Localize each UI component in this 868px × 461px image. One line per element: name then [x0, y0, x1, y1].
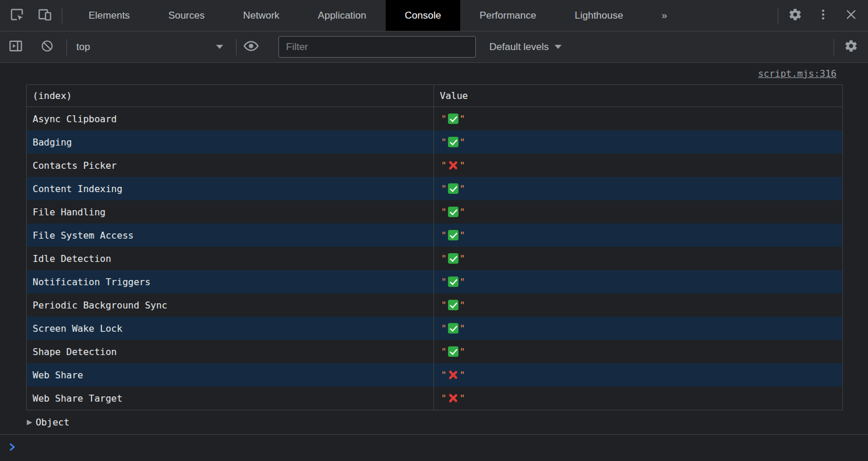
string-quote: " — [460, 207, 465, 218]
toolbar-separator — [66, 39, 67, 55]
expand-triangle-icon[interactable]: ▶ — [27, 418, 32, 426]
console-sidebar-toggle-button[interactable] — [6, 37, 26, 57]
value-cell: "" — [434, 270, 842, 293]
value-cell: "" — [434, 224, 842, 247]
string-quote: " — [460, 253, 465, 264]
close-icon — [845, 8, 858, 23]
string-quote: " — [441, 323, 447, 334]
tab-lighthouse[interactable]: Lighthouse — [555, 0, 642, 31]
prompt-chevron-icon — [8, 443, 16, 453]
tab-elements[interactable]: Elements — [69, 0, 149, 31]
value-cell: "" — [434, 154, 842, 177]
table-row: Badging"" — [27, 130, 842, 154]
chevron-down-icon — [555, 45, 562, 49]
gear-icon — [788, 8, 802, 24]
check-icon — [448, 300, 458, 310]
devtools-tab-bar: ElementsSourcesNetworkApplicationConsole… — [0, 0, 868, 31]
toggle-device-toolbar-button[interactable] — [35, 6, 55, 26]
toolbar-separator — [834, 39, 834, 55]
string-quote: " — [460, 346, 465, 357]
cross-icon — [448, 393, 458, 403]
check-icon — [448, 230, 458, 240]
table-row: Content Indexing"" — [27, 177, 842, 200]
kebab-menu-icon — [817, 8, 830, 23]
tab-bar-right-controls — [771, 6, 868, 26]
gear-icon — [844, 39, 858, 55]
string-quote: " — [460, 160, 465, 171]
more-tabs-chevron[interactable]: » — [643, 0, 686, 31]
tab-network[interactable]: Network — [224, 0, 298, 31]
object-preview[interactable]: ▶ Object — [0, 410, 868, 434]
inspect-element-button[interactable] — [7, 6, 27, 26]
index-cell: Contacts Picker — [27, 154, 434, 177]
more-options-button[interactable] — [813, 6, 833, 26]
console-sidebar-icon — [8, 38, 23, 56]
index-cell: Content Indexing — [27, 177, 434, 200]
tab-performance[interactable]: Performance — [460, 0, 555, 31]
check-icon — [448, 276, 458, 287]
table-row: Screen Wake Lock"" — [27, 317, 842, 340]
string-quote: " — [460, 393, 465, 404]
table-row: File System Access"" — [27, 224, 842, 247]
string-quote: " — [441, 114, 447, 125]
string-quote: " — [460, 183, 465, 194]
clear-console-button[interactable] — [37, 37, 57, 57]
table-row: Contacts Picker"" — [27, 154, 842, 177]
devtools-settings-button[interactable] — [785, 6, 805, 26]
value-cell: "" — [434, 386, 842, 410]
check-icon — [448, 114, 458, 124]
table-row: Web Share Target"" — [27, 386, 842, 410]
context-selector-label: top — [76, 41, 90, 53]
value-cell: "" — [434, 200, 842, 224]
string-quote: " — [460, 300, 465, 311]
console-toolbar: top Default levels — [0, 31, 868, 63]
index-cell: Periodic Background Sync — [27, 293, 434, 317]
string-quote: " — [460, 370, 465, 381]
value-cell: "" — [434, 177, 842, 200]
string-quote: " — [460, 230, 465, 241]
value-cell: "" — [434, 340, 842, 363]
string-quote: " — [460, 323, 465, 334]
table-row: File Handling"" — [27, 200, 842, 224]
string-quote: " — [441, 276, 447, 288]
toolbar-separator — [778, 8, 778, 24]
tab-sources[interactable]: Sources — [149, 0, 224, 31]
value-cell: "" — [434, 317, 842, 340]
value-cell: "" — [434, 293, 842, 317]
close-devtools-button[interactable] — [841, 6, 861, 26]
table-header-row: (index)Value — [27, 85, 842, 107]
check-icon — [448, 253, 458, 264]
tab-console[interactable]: Console — [386, 0, 460, 31]
console-messages: script.mjs:316 (index)Value Async Clipbo… — [0, 63, 868, 434]
index-cell: Idle Detection — [27, 247, 434, 270]
cross-icon — [448, 370, 458, 380]
value-cell: "" — [434, 107, 842, 130]
filter-input[interactable] — [278, 36, 476, 58]
table-row: Async Clipboard"" — [27, 107, 842, 130]
table-header-index[interactable]: (index) — [27, 85, 434, 107]
check-icon — [448, 137, 458, 147]
context-selector-dropdown[interactable]: top — [70, 41, 231, 53]
live-expression-button[interactable] — [241, 37, 261, 57]
tab-application[interactable]: Application — [299, 0, 386, 31]
log-levels-dropdown[interactable]: Default levels — [486, 41, 565, 53]
eye-icon — [243, 38, 259, 56]
value-cell: "" — [434, 247, 842, 270]
index-cell: Web Share Target — [27, 386, 434, 410]
table-header-value[interactable]: Value — [434, 85, 842, 107]
source-link[interactable]: script.mjs:316 — [758, 68, 837, 79]
string-quote: " — [460, 276, 465, 288]
console-prompt[interactable] — [0, 434, 868, 461]
console-table: (index)Value Async Clipboard""Badging""C… — [26, 84, 843, 410]
console-settings-button[interactable] — [841, 37, 861, 57]
chevron-down-icon — [216, 45, 223, 49]
check-icon — [448, 323, 458, 334]
string-quote: " — [441, 183, 447, 194]
index-cell: File System Access — [27, 224, 434, 247]
clear-console-icon — [40, 39, 54, 55]
index-cell: Badging — [27, 130, 434, 154]
tab-strip: ElementsSourcesNetworkApplicationConsole… — [69, 0, 686, 31]
table-body: Async Clipboard""Badging""Contacts Picke… — [27, 107, 842, 410]
index-cell: File Handling — [27, 200, 434, 224]
index-cell: Web Share — [27, 363, 434, 386]
